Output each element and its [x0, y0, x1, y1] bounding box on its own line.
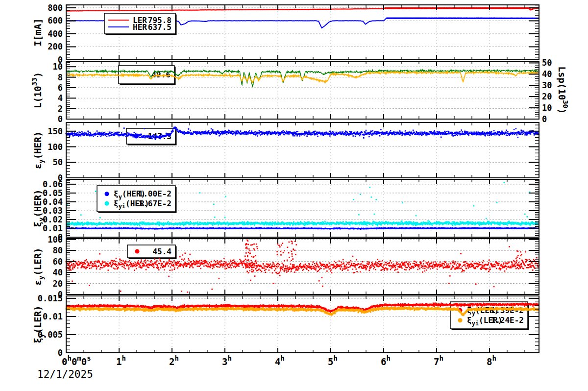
y-tick-label: 0.04 [43, 197, 63, 207]
panel-luminosity: 49.6024681001020304050Lsp(1030)L(1033) [30, 58, 569, 124]
panel-xi-ler: ξy(LER)1.39E-2ξyi(LER)1.24E-200.0050.010… [32, 293, 539, 358]
y-tick-label: 400 [48, 29, 63, 39]
x-tick-label: 8h [487, 354, 496, 367]
x-axis-labels: 0h0m0s1h2h3h4h5h6h7h8h [62, 354, 496, 367]
y-tick-label: 0.05 [43, 188, 63, 198]
x-tick-label: 2h [169, 354, 179, 367]
legend-dot-swatch [105, 192, 109, 196]
y-tick-label: 4 [58, 93, 63, 103]
x-tick-label: 4h [275, 354, 285, 367]
y-tick-label: 0 [58, 114, 63, 124]
date-label: 12/1/2025 [37, 368, 93, 380]
panel-beam-current: LER795.8HER637.50200400600800I[mA] [32, 3, 539, 65]
y-axis-title: εy(HER) [32, 131, 45, 169]
legend-value: 1.24E-2 [491, 316, 524, 325]
y-tick-label: 0.015 [38, 293, 63, 303]
y-tick-label: 8 [58, 73, 63, 82]
y-tick-label: 50 [53, 157, 63, 167]
y-tick-label: 60 [53, 257, 63, 267]
legend-dot-swatch [135, 249, 140, 254]
x-tick-label: 0h0m0s [62, 354, 91, 367]
legend-dot-swatch [105, 201, 109, 206]
legend-value: 1.00E-2 [139, 189, 172, 198]
y-tick-label: 100 [48, 142, 63, 152]
panel-emittance-her: 147.3050100150εy(HER) [32, 122, 539, 183]
x-tick-label: 3h [222, 354, 232, 367]
panel-xi-her: ξy(HER)1.00E-2ξyi(HER)1.67E-200.010.020.… [32, 179, 539, 242]
y-tick-label: 2 [58, 104, 63, 114]
series-xiy-HER [66, 227, 539, 230]
right-tick-label: 40 [542, 69, 552, 79]
y-tick-labels: 050100150 [48, 126, 63, 183]
x-tick-label: 5h [328, 354, 338, 367]
y-tick-labels: 020406080100 [48, 235, 63, 299]
right-tick-label: 0 [542, 114, 547, 124]
legend-value: 637.5 [148, 23, 172, 32]
right-tick-label: 30 [542, 80, 552, 90]
y-tick-label: 150 [48, 126, 63, 136]
y-axis-title: εy(LER) [32, 247, 45, 285]
x-tick-label: 1h [116, 354, 126, 367]
y-axis-title: I[mA] [32, 18, 43, 46]
chart-svg: LER795.8HER637.50200400600800I[mA]49.602… [0, 0, 588, 391]
x-tick-label: 6h [381, 354, 391, 367]
y-tick-label: 0.01 [43, 223, 63, 233]
legend-dot-swatch [458, 318, 463, 322]
y-tick-label: 20 [53, 279, 63, 289]
y-tick-label: 6 [58, 83, 63, 93]
y-tick-label: 600 [48, 16, 63, 25]
y-tick-label: 80 [53, 245, 63, 255]
y-tick-label: 10 [53, 62, 63, 72]
y-axis-title: L(1033) [30, 72, 43, 108]
legend: 45.4 [127, 245, 177, 259]
series-LER-recent-thick [385, 8, 539, 9]
y-tick-label: 0.01 [43, 312, 63, 321]
right-tick-label: 10 [542, 103, 552, 113]
x-tick-label: 7h [434, 354, 443, 367]
legend: LER795.8HER637.5 [104, 13, 177, 35]
y-tick-label: 0.02 [43, 215, 63, 224]
y-tick-label: 100 [48, 235, 63, 244]
y-tick-label: 0.03 [43, 206, 63, 216]
right-tick-label: 50 [542, 58, 552, 68]
y-tick-label: 200 [48, 42, 63, 51]
y-tick-label: 40 [53, 268, 63, 277]
right-tick-label: 20 [542, 92, 552, 101]
accelerator-luminosity-monitor: LER795.8HER637.50200400600800I[mA]49.602… [0, 0, 588, 391]
y-tick-label: 800 [48, 3, 63, 13]
y-tick-labels: 00.010.020.030.040.050.06 [43, 179, 63, 242]
right-axis-title: Lsp(1030) [557, 67, 569, 114]
y-tick-label: 0.06 [43, 179, 63, 189]
panel-emittance-ler: 45.4020406080100εy(LER) [32, 235, 540, 299]
y-tick-labels: 0200400600800 [48, 3, 63, 65]
legend-value: 45.4 [152, 247, 172, 256]
legend-label: HER [133, 23, 147, 32]
legend: ξy(LER)1.39E-2ξyi(LER)1.24E-2 [450, 302, 529, 330]
legend-value: 1.67E-2 [139, 199, 172, 208]
legend: ξy(HER)1.00E-2ξyi(HER)1.67E-2 [97, 186, 177, 213]
